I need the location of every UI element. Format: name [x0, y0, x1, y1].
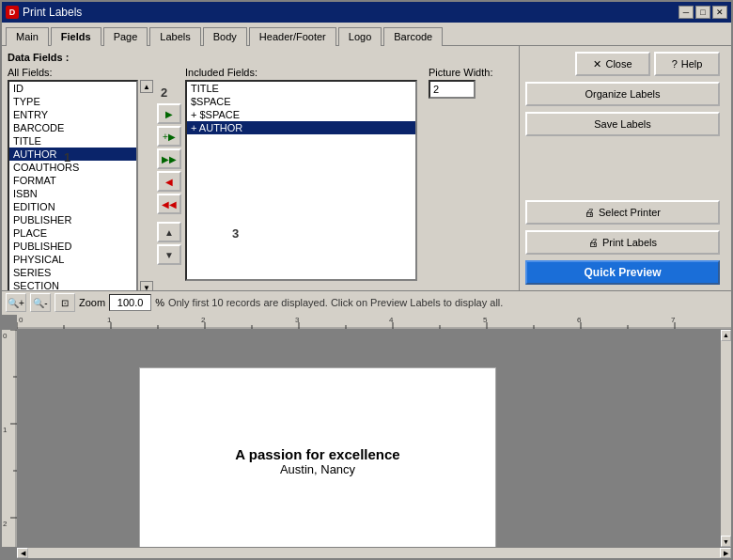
preview-container: 0 1 2 3 4 5 6 7 [2, 315, 731, 559]
help-button[interactable]: ? Help [654, 52, 720, 76]
picture-width-section: Picture Width: [429, 67, 513, 283]
zoom-label: Zoom [79, 297, 105, 308]
add-field-alt-button[interactable]: +▶ [157, 126, 181, 147]
ruler-svg: 0 1 2 3 4 5 6 7 [17, 315, 731, 330]
picture-width-label: Picture Width: [429, 67, 513, 78]
picture-width-input[interactable] [429, 80, 476, 99]
close-button[interactable]: ✕ Close [575, 52, 650, 76]
label-subtitle: Austin, Nancy [280, 462, 355, 476]
vertical-ruler: 0 1 2 [2, 330, 17, 548]
preview-inner: 0 1 2 A passion for excellence Austin, N… [2, 330, 731, 548]
list-item[interactable]: TYPE [9, 95, 136, 108]
svg-text:0: 0 [3, 332, 8, 340]
svg-text:7: 7 [671, 316, 676, 324]
fields-area: All Fields: ID TYPE ENTRY BARCODE TITLE … [8, 67, 513, 283]
included-item[interactable]: $SPACE [187, 95, 415, 108]
print-icon: 🖨 [588, 237, 599, 248]
scroll-up-button[interactable]: ▲ [140, 80, 153, 93]
fit-button[interactable]: ⊡ [55, 293, 75, 312]
svg-text:2: 2 [3, 520, 8, 528]
list-item[interactable]: EDITION [9, 200, 136, 213]
title-bar: D Print Labels ─ □ ✕ [2, 2, 731, 23]
list-item[interactable]: PUBLISHER [9, 213, 136, 226]
tab-barcode[interactable]: Barcode [383, 27, 443, 46]
list-item[interactable]: ISBN [9, 187, 136, 200]
main-window: D Print Labels ─ □ ✕ Main Fields Page La… [0, 0, 733, 560]
vruler-svg: 0 1 2 [2, 330, 17, 548]
data-fields-label: Data Fields : [8, 52, 513, 63]
included-item-selected[interactable]: + AUTHOR [187, 121, 415, 134]
right-panel: ✕ Close ? Help Organize Labels Save Labe… [519, 46, 725, 290]
zoom-input[interactable] [109, 294, 151, 311]
svg-text:5: 5 [483, 316, 488, 324]
tab-labels[interactable]: Labels [149, 27, 200, 46]
close-label: Close [605, 58, 632, 70]
scrollbar-track [721, 341, 731, 537]
list-item[interactable]: BARCODE [9, 121, 136, 134]
print-labels-button[interactable]: 🖨 Print Labels [525, 230, 720, 255]
included-item[interactable]: TITLE [187, 82, 415, 95]
list-item[interactable]: PHYSICAL [9, 253, 136, 266]
svg-text:0: 0 [19, 316, 23, 324]
tab-main[interactable]: Main [6, 27, 49, 46]
scroll-down-button[interactable]: ▼ [140, 281, 153, 290]
printer-icon: 🖨 [585, 207, 595, 218]
scrollbar-left-button[interactable]: ◀ [17, 548, 28, 558]
tab-body[interactable]: Body [203, 27, 247, 46]
tab-page[interactable]: Page [103, 27, 148, 46]
move-down-button[interactable]: ▼ [157, 244, 181, 265]
remove-field-button[interactable]: ◀ [157, 171, 181, 192]
scrollbar-up-button[interactable]: ▲ [721, 330, 731, 341]
list-item[interactable]: PLACE [9, 226, 136, 240]
included-fields-list[interactable]: TITLE $SPACE + $SPACE + AUTHOR [185, 80, 417, 281]
scrollbar-down-button[interactable]: ▼ [721, 536, 731, 547]
svg-text:1: 1 [3, 426, 8, 434]
included-fields-label: Included Fields: [185, 67, 417, 78]
list-item[interactable]: ID [9, 82, 136, 95]
move-up-button[interactable]: ▲ [157, 222, 181, 242]
svg-text:2: 2 [201, 316, 206, 324]
all-fields-list[interactable]: ID TYPE ENTRY BARCODE TITLE AUTHOR COAUT… [8, 80, 138, 290]
close-window-button[interactable]: ✕ [712, 6, 727, 19]
list-item[interactable]: COAUTHORS [9, 161, 136, 174]
tab-logo[interactable]: Logo [338, 27, 382, 46]
maximize-button[interactable]: □ [695, 6, 710, 19]
zoom-out-button[interactable]: 🔍- [30, 293, 51, 312]
help-label: Help [681, 58, 703, 70]
zoom-suffix: % [155, 297, 164, 308]
organize-labels-button[interactable]: Organize Labels [525, 82, 720, 106]
all-fields-scrollbar: ▲ ▼ [140, 80, 153, 290]
included-item[interactable]: + $SPACE [187, 108, 415, 121]
label-card: A passion for excellence Austin, Nancy [139, 367, 496, 548]
quick-preview-button[interactable]: Quick Preview [525, 260, 720, 285]
select-printer-button[interactable]: 🖨 Select Printer [525, 200, 720, 225]
help-icon: ? [672, 58, 678, 70]
horizontal-ruler: 0 1 2 3 4 5 6 7 [17, 315, 731, 330]
arrow-buttons: 2 ▶ +▶ ▶▶ ◀ ◀◀ ▲ ▼ [157, 67, 181, 283]
svg-text:4: 4 [389, 316, 394, 324]
save-labels-label: Save Labels [594, 118, 651, 130]
list-item[interactable]: FORMAT [9, 174, 136, 187]
list-item[interactable]: SERIES [9, 266, 136, 279]
save-labels-button[interactable]: Save Labels [525, 112, 720, 136]
remove-all-button[interactable]: ◀◀ [157, 194, 181, 214]
tab-fields[interactable]: Fields [51, 27, 101, 46]
list-item[interactable]: PUBLISHED [9, 240, 136, 253]
svg-text:6: 6 [577, 316, 582, 324]
list-item[interactable]: SECTION [9, 279, 136, 290]
list-item[interactable]: TITLE [9, 134, 136, 148]
horizontal-scrollbar[interactable]: ◀ ▶ [17, 547, 731, 558]
tab-header-footer[interactable]: Header/Footer [249, 27, 336, 46]
scrollbar-right-button[interactable]: ▶ [720, 548, 731, 558]
vertical-scrollbar[interactable]: ▲ ▼ [720, 330, 731, 548]
add-field-button[interactable]: ▶ [157, 103, 181, 124]
window-title: Print Labels [23, 6, 82, 19]
svg-rect-25 [2, 330, 17, 548]
minimize-button[interactable]: ─ [678, 6, 694, 19]
scrollbar-htrack [28, 548, 720, 558]
add-all-button[interactable]: ▶▶ [157, 148, 181, 169]
list-item-selected[interactable]: AUTHOR [9, 148, 136, 161]
zoom-in-button[interactable]: 🔍+ [6, 293, 26, 312]
list-item[interactable]: ENTRY [9, 108, 136, 121]
title-bar-left: D Print Labels [6, 6, 82, 19]
